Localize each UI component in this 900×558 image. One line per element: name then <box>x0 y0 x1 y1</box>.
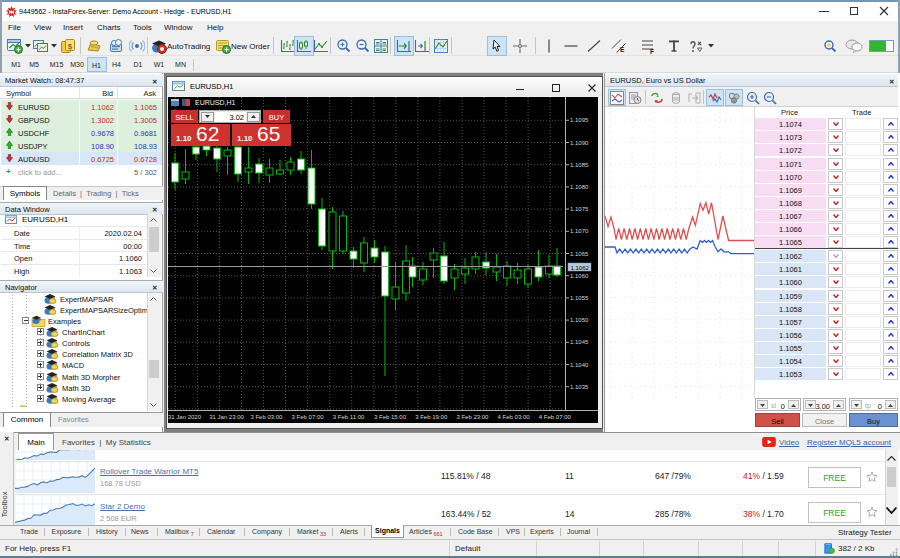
svg-text:3 Feb 03:00: 3 Feb 03:00 <box>250 414 283 420</box>
svg-text:3 Feb 19:00: 3 Feb 19:00 <box>415 414 448 420</box>
svg-text:3 Feb 11:00: 3 Feb 11:00 <box>333 414 365 420</box>
svg-text:1.1045: 1.1045 <box>570 339 589 345</box>
svg-text:31 Jan 2020: 31 Jan 2020 <box>168 414 202 420</box>
svg-text:31 Jan 23:00: 31 Jan 23:00 <box>209 414 244 420</box>
svg-text:E: E <box>620 46 625 53</box>
svg-text:1.1055: 1.1055 <box>570 295 589 301</box>
svg-text:1.1080: 1.1080 <box>570 184 589 190</box>
svg-text:1.1062: 1.1062 <box>571 265 590 271</box>
svg-text:1.1090: 1.1090 <box>570 140 589 146</box>
svg-text:1.1050: 1.1050 <box>570 317 589 323</box>
svg-text:4 Feb 07:00: 4 Feb 07:00 <box>539 414 572 420</box>
svg-text:1.1035: 1.1035 <box>570 384 589 390</box>
svg-text:$: $ <box>68 42 73 51</box>
svg-text:3 Feb 15:00: 3 Feb 15:00 <box>374 414 407 420</box>
svg-text:4 Feb 03:00: 4 Feb 03:00 <box>498 414 531 420</box>
svg-text:1.1060: 1.1060 <box>570 273 589 279</box>
svg-text:1.1095: 1.1095 <box>570 117 589 123</box>
svg-text:3 Feb 23:00: 3 Feb 23:00 <box>456 414 489 420</box>
svg-text:F: F <box>650 48 654 55</box>
svg-text:3 Feb 07:00: 3 Feb 07:00 <box>292 414 325 420</box>
svg-text:1.1070: 1.1070 <box>570 228 589 234</box>
svg-text:1.1040: 1.1040 <box>570 362 589 368</box>
svg-text:1.1065: 1.1065 <box>570 251 589 257</box>
svg-text:1.1075: 1.1075 <box>570 206 589 212</box>
svg-text:1.1085: 1.1085 <box>570 162 589 168</box>
